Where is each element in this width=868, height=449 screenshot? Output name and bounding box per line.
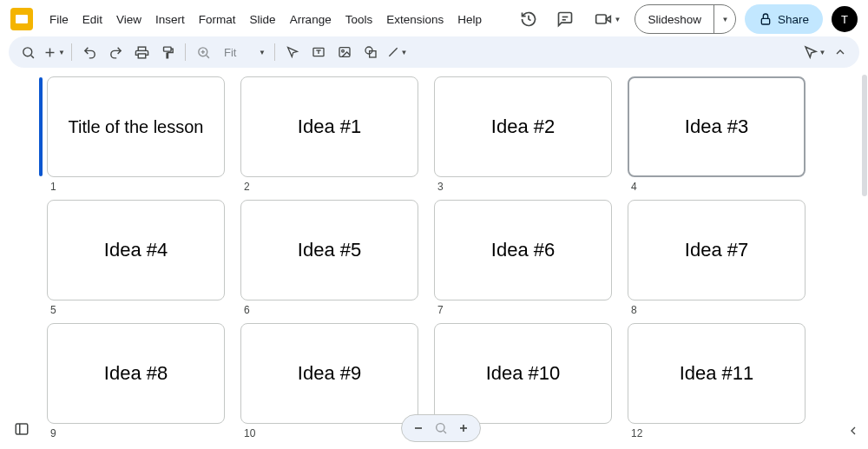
header-right: ▼ Slideshow ▼ Share T — [515, 4, 858, 34]
slide-text: Idea #7 — [685, 239, 748, 261]
svg-point-5 — [23, 47, 31, 56]
slide-thumb[interactable]: Idea #1 — [240, 76, 418, 177]
menu-tools[interactable]: Tools — [339, 9, 379, 30]
vertical-scrollbar[interactable] — [861, 71, 868, 423]
svg-rect-2 — [595, 15, 606, 23]
redo-button[interactable] — [103, 40, 128, 64]
caret-down-icon: ▼ — [401, 49, 408, 56]
zoom-fit-dropdown[interactable]: Fit ▼ — [217, 44, 269, 61]
slide-text: Idea #1 — [298, 116, 361, 138]
caret-down-icon: ▼ — [259, 49, 266, 56]
slide-thumb[interactable]: Idea #4 — [47, 200, 225, 300]
slide-thumb[interactable]: Idea #5 — [240, 200, 418, 300]
svg-rect-22 — [370, 51, 376, 57]
print-button[interactable] — [129, 40, 154, 64]
history-icon[interactable] — [515, 5, 542, 33]
slide-number: 6 — [240, 300, 418, 318]
slide-number: 1 — [47, 177, 225, 195]
slide-number: 9 — [47, 424, 225, 441]
slide-text: Title of the lesson — [68, 117, 203, 137]
slide-thumb[interactable]: Idea #10 — [434, 323, 612, 424]
toolbar: ▼ Fit ▼ ▼ ▼ — [9, 36, 859, 68]
slide-number: 3 — [434, 177, 612, 195]
slide-cell: Idea #12 — [240, 76, 418, 195]
menu-insert[interactable]: Insert — [149, 9, 191, 30]
svg-rect-9 — [138, 47, 146, 50]
image-button[interactable] — [332, 40, 357, 64]
separator — [185, 43, 186, 61]
zoom-in-button[interactable] — [454, 419, 473, 438]
slides-logo[interactable] — [10, 8, 33, 30]
separator — [71, 43, 72, 61]
lock-icon — [759, 12, 773, 26]
slide-cell: Idea #910 — [240, 323, 418, 441]
caret-down-icon: ▼ — [58, 49, 65, 56]
slide-text: Idea #11 — [680, 362, 754, 385]
caret-down-icon: ▼ — [819, 49, 826, 56]
svg-line-6 — [30, 55, 33, 57]
menu-format[interactable]: Format — [193, 9, 242, 30]
slide-thumb[interactable]: Idea #7 — [628, 200, 806, 300]
undo-button[interactable] — [77, 40, 102, 64]
slide-thumb[interactable]: Title of the lesson — [47, 76, 225, 177]
slide-grid-canvas: Title of the lesson1Idea #12Idea #23Idea… — [0, 71, 861, 449]
slide-thumb[interactable]: Idea #2 — [434, 76, 612, 177]
menu-bar: File Edit View Insert Format Slide Arran… — [43, 9, 488, 30]
slide-text: Idea #4 — [104, 239, 168, 261]
zoom-button[interactable] — [191, 40, 215, 64]
slide-thumb[interactable]: Idea #3 — [628, 76, 806, 177]
slide-text: Idea #8 — [104, 362, 168, 385]
new-slide-button[interactable]: ▼ — [42, 40, 66, 64]
slide-cell: Idea #45 — [47, 200, 225, 318]
svg-line-28 — [444, 431, 446, 433]
slide-thumb[interactable]: Idea #6 — [434, 200, 612, 300]
slideshow-group: Slideshow ▼ — [635, 4, 736, 34]
select-tool-button[interactable] — [280, 40, 305, 64]
paint-format-button[interactable] — [155, 40, 180, 64]
slide-grid: Title of the lesson1Idea #12Idea #23Idea… — [0, 71, 861, 446]
menu-arrange[interactable]: Arrange — [284, 9, 338, 30]
slide-thumb[interactable]: Idea #9 — [240, 323, 418, 424]
svg-rect-24 — [16, 424, 28, 434]
slide-number: 4 — [628, 177, 806, 195]
share-button[interactable]: Share — [745, 4, 823, 34]
meet-button[interactable]: ▼ — [588, 7, 627, 31]
avatar[interactable]: T — [832, 6, 858, 32]
hide-menus-button[interactable] — [828, 40, 852, 64]
caret-down-icon: ▼ — [615, 16, 621, 23]
separator — [274, 43, 275, 61]
explore-button[interactable] — [10, 418, 33, 440]
menu-help[interactable]: Help — [451, 9, 488, 30]
slide-cell: Idea #67 — [434, 200, 612, 318]
menu-file[interactable]: File — [43, 9, 75, 30]
svg-point-27 — [437, 424, 444, 432]
slide-cell: Idea #78 — [628, 200, 806, 318]
show-side-panel-button[interactable] — [844, 421, 863, 440]
menu-view[interactable]: View — [110, 9, 148, 30]
menu-extensions[interactable]: Extensions — [380, 9, 450, 30]
slide-thumb[interactable]: Idea #11 — [628, 323, 806, 424]
textbox-button[interactable] — [306, 40, 331, 64]
slideshow-dropdown[interactable]: ▼ — [714, 5, 735, 33]
shape-button[interactable] — [358, 40, 383, 64]
svg-rect-19 — [339, 48, 350, 57]
line-button[interactable]: ▼ — [385, 40, 409, 64]
scroll-thumb[interactable] — [862, 75, 867, 196]
slide-cell: Idea #89 — [47, 323, 225, 441]
pointer-mode-button[interactable]: ▼ — [802, 40, 826, 64]
zoom-reset-button[interactable] — [431, 419, 450, 438]
svg-rect-4 — [761, 18, 769, 24]
slide-text: Idea #9 — [298, 362, 361, 385]
search-menus-button[interactable] — [16, 40, 40, 64]
menu-slide[interactable]: Slide — [244, 9, 282, 30]
slide-thumb[interactable]: Idea #8 — [47, 323, 225, 424]
slide-cell: Idea #56 — [240, 200, 418, 318]
slides-logo-inner — [16, 15, 28, 23]
slide-number: 12 — [628, 424, 806, 441]
slide-text: Idea #2 — [491, 116, 555, 138]
menu-edit[interactable]: Edit — [76, 9, 108, 30]
comment-icon[interactable] — [551, 5, 579, 33]
slide-cell: Idea #34 — [628, 76, 806, 195]
slideshow-button[interactable]: Slideshow — [635, 5, 714, 33]
zoom-out-button[interactable] — [409, 419, 428, 438]
